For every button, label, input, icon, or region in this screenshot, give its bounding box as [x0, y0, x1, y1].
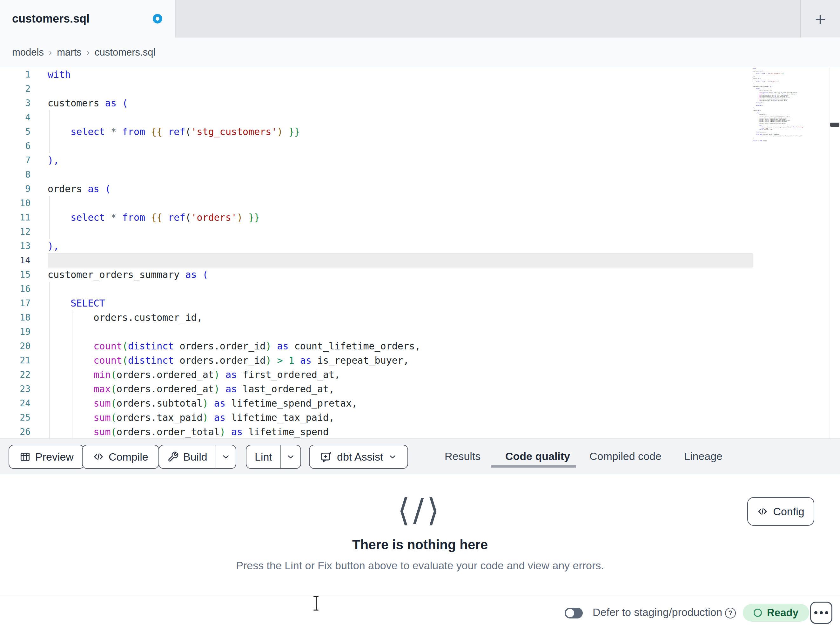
sql-code-editor[interactable]: 1with23customers as (45 select * from {{…: [0, 67, 840, 438]
compile-button[interactable]: Compile: [82, 445, 159, 469]
code-line[interactable]: 19: [0, 325, 840, 339]
line-number[interactable]: 20: [0, 339, 47, 353]
build-dropdown-button[interactable]: [216, 445, 236, 468]
more-options-button[interactable]: [810, 602, 832, 624]
config-button[interactable]: Config: [747, 497, 814, 526]
indent-guide: [49, 110, 49, 153]
tab-results[interactable]: Results: [445, 439, 480, 474]
code-line[interactable]: 12: [0, 225, 840, 239]
line-number[interactable]: 14: [0, 253, 47, 267]
line-number[interactable]: 8: [0, 168, 47, 182]
new-tab-button[interactable]: +: [800, 0, 840, 38]
code-line[interactable]: 7),: [0, 153, 840, 168]
breadcrumb: models › marts › customers.sql: [12, 38, 155, 67]
editor-minimap[interactable]: with customers as ( select * from {{ ref…: [753, 68, 829, 144]
status-ring-icon: [754, 609, 762, 617]
code-line[interactable]: 2: [0, 82, 840, 96]
code-line[interactable]: 14: [0, 253, 840, 267]
code-line[interactable]: 25 sum(orders.tax_paid) as lifetime_tax_…: [0, 410, 840, 425]
line-number[interactable]: 24: [0, 396, 47, 410]
table-icon: [19, 451, 31, 462]
code-glyph-icon: ⟨/⟩: [0, 492, 840, 529]
code-line[interactable]: 17 SELECT: [0, 296, 840, 310]
chevron-down-icon: [286, 452, 295, 462]
breadcrumb-customers-sql[interactable]: customers.sql: [95, 47, 155, 58]
line-number[interactable]: 15: [0, 267, 47, 282]
editor-tab-bar: customers.sql +: [0, 0, 840, 38]
breadcrumb-models[interactable]: models: [12, 47, 44, 58]
scrollbar-thumb[interactable]: [830, 123, 839, 127]
code-line[interactable]: 10: [0, 196, 840, 210]
code-line[interactable]: 23 max(orders.ordered_at) as last_ordere…: [0, 382, 840, 396]
line-number[interactable]: 25: [0, 410, 47, 425]
line-number[interactable]: 10: [0, 196, 47, 210]
lint-dropdown-button[interactable]: [280, 445, 300, 468]
lint-split-button: Lint: [246, 445, 301, 469]
code-line[interactable]: 22 min(orders.ordered_at) as first_order…: [0, 367, 840, 382]
dbt-assist-label: dbt Assist: [337, 451, 383, 463]
chevron-down-icon: [221, 452, 231, 462]
line-number[interactable]: 4: [0, 110, 47, 125]
line-number[interactable]: 7: [0, 153, 47, 168]
code-icon: [93, 451, 104, 462]
code-line[interactable]: 21 count(distinct orders.order_id) > 1 a…: [0, 353, 840, 367]
code-lines: 1with23customers as (45 select * from {{…: [0, 67, 840, 438]
code-line[interactable]: 20 count(distinct orders.order_id) as co…: [0, 339, 840, 353]
indent-guide: [49, 282, 49, 438]
tab-customers-sql[interactable]: customers.sql: [0, 0, 175, 38]
build-split-button: Build: [158, 445, 236, 469]
line-number[interactable]: 16: [0, 282, 47, 296]
preview-button[interactable]: Preview: [9, 445, 84, 469]
toggle-knob: [566, 609, 574, 617]
line-number[interactable]: 9: [0, 182, 47, 196]
build-label: Build: [183, 451, 207, 463]
tab-compiled-code[interactable]: Compiled code: [589, 439, 662, 474]
line-number[interactable]: 26: [0, 425, 47, 438]
line-number[interactable]: 1: [0, 67, 47, 82]
tab-lineage[interactable]: Lineage: [684, 439, 723, 474]
code-line[interactable]: 9orders as (: [0, 182, 840, 196]
code-line[interactable]: 11 select * from {{ ref('orders') }}: [0, 210, 840, 225]
code-line[interactable]: 3customers as (: [0, 96, 840, 110]
build-button[interactable]: Build: [159, 445, 216, 468]
chevron-down-icon: [388, 452, 397, 462]
line-number[interactable]: 11: [0, 210, 47, 225]
status-badge[interactable]: Ready: [743, 604, 809, 622]
line-number[interactable]: 6: [0, 139, 47, 153]
breadcrumb-separator-icon: ›: [87, 47, 90, 57]
line-number[interactable]: 17: [0, 296, 47, 310]
config-label: Config: [773, 505, 804, 518]
tab-code-quality[interactable]: Code quality: [505, 439, 570, 474]
line-number[interactable]: 18: [0, 310, 47, 325]
defer-toggle[interactable]: [565, 607, 583, 619]
line-number[interactable]: 21: [0, 353, 47, 367]
line-number[interactable]: 19: [0, 325, 47, 339]
code-line[interactable]: 1with: [0, 67, 840, 82]
breadcrumb-marts[interactable]: marts: [57, 47, 82, 58]
line-number[interactable]: 13: [0, 239, 47, 253]
code-line[interactable]: 6: [0, 139, 840, 153]
code-line[interactable]: 8: [0, 168, 840, 182]
line-number[interactable]: 12: [0, 225, 47, 239]
help-icon[interactable]: ?: [725, 607, 736, 619]
empty-state-subtitle: Press the Lint or Fix button above to ev…: [0, 559, 840, 572]
code-line[interactable]: 13),: [0, 239, 840, 253]
line-number[interactable]: 22: [0, 367, 47, 382]
code-line[interactable]: 15customer_orders_summary as (: [0, 267, 840, 282]
code-line[interactable]: 16: [0, 282, 840, 296]
code-line[interactable]: 24 sum(orders.subtotal) as lifetime_spen…: [0, 396, 840, 410]
minimap-lines: with customers as ( select * from {{ ref…: [753, 68, 829, 141]
line-number[interactable]: 3: [0, 96, 47, 110]
breadcrumb-separator-icon: ›: [49, 47, 52, 57]
code-line[interactable]: 26 sum(orders.order_total) as lifetime_s…: [0, 425, 840, 438]
lint-button[interactable]: Lint: [246, 445, 280, 468]
code-line[interactable]: 4: [0, 110, 840, 125]
line-number[interactable]: 23: [0, 382, 47, 396]
code-line[interactable]: 18 orders.customer_id,: [0, 310, 840, 325]
status-bar: Defer to staging/production ? Ready: [0, 596, 840, 628]
wrench-icon: [167, 451, 179, 462]
code-line[interactable]: 5 select * from {{ ref('stg_customers') …: [0, 125, 840, 139]
line-number[interactable]: 2: [0, 82, 47, 96]
dbt-assist-button[interactable]: dbt Assist: [309, 445, 408, 469]
line-number[interactable]: 5: [0, 125, 47, 139]
